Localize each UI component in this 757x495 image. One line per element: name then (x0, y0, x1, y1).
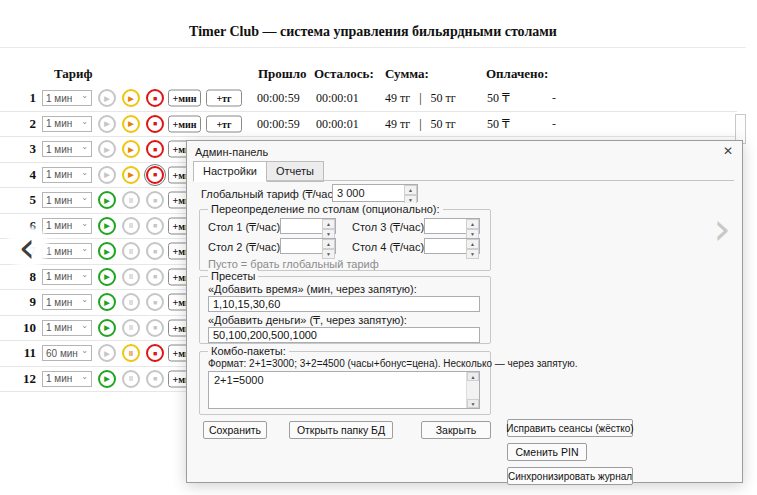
tariff-value: 1 мин (46, 144, 72, 155)
start-button[interactable]: ▶ (98, 191, 116, 209)
pause-button[interactable]: ▶ (122, 115, 140, 133)
start-button[interactable]: ▶ (98, 344, 116, 362)
add-minutes-button[interactable]: +мин (168, 115, 201, 132)
add-money-button[interactable]: +тг (206, 115, 242, 132)
stop-button[interactable]: ■ (146, 140, 164, 158)
pause-button[interactable]: II (122, 268, 140, 286)
start-button[interactable]: ▶ (98, 115, 116, 133)
spinner-up-icon[interactable]: ▲ (466, 219, 479, 229)
pause-button[interactable]: II (122, 319, 140, 337)
change-pin-button[interactable]: Сменить PIN (507, 443, 587, 461)
nav-previous-button[interactable]: ‹ (4, 224, 50, 270)
tariff-select[interactable]: 1 мин ⌄ (42, 116, 92, 132)
table3-input[interactable]: ▲▼ (424, 218, 480, 234)
start-button[interactable]: ▶ (98, 140, 116, 158)
stop-button[interactable]: ■ (146, 217, 164, 235)
pause-button[interactable]: II (122, 242, 140, 260)
stop-button[interactable]: ■ (146, 89, 164, 107)
global-tariff-input[interactable]: 3 000 ▲ ▼ (332, 184, 418, 202)
stop-icon: ■ (153, 120, 157, 127)
tab-reports[interactable]: Отчеты (266, 161, 324, 182)
start-button[interactable]: ▶ (98, 370, 116, 388)
spinner-up-icon[interactable]: ▲ (322, 219, 335, 229)
stop-icon: ■ (153, 375, 157, 382)
tariff-select[interactable]: 1 мин ⌄ (42, 167, 92, 183)
close-button[interactable]: Закрыть (421, 421, 491, 439)
start-button[interactable]: ▶ (98, 217, 116, 235)
pause-button[interactable]: ▶ (122, 89, 140, 107)
pause-button[interactable]: II (122, 191, 140, 209)
open-db-folder-button[interactable]: Открыть папку БД (289, 421, 393, 439)
table4-label: Стол 4 (₸/час): (352, 241, 427, 254)
global-tariff-value: 3 000 (337, 187, 402, 199)
stop-button[interactable]: ■ (146, 191, 164, 209)
tariff-select[interactable]: 1 мин ⌄ (42, 320, 92, 336)
stop-button[interactable]: ■ (146, 115, 164, 133)
combo-legend: Комбо-пакеты: (208, 345, 289, 357)
spinner-up-icon[interactable]: ▲ (404, 185, 417, 195)
tariff-select[interactable]: 1 мин ⌄ (42, 90, 92, 106)
stop-button[interactable]: ■ (146, 242, 164, 260)
add-minutes-button[interactable]: +мин (168, 90, 201, 107)
tariff-select[interactable]: 1 мин ⌄ (42, 192, 92, 208)
pause-button[interactable]: ▶ (122, 166, 140, 184)
tariff-value: 1 мин (46, 271, 72, 282)
stop-button[interactable]: ■ (146, 319, 164, 337)
spinner-up-icon[interactable]: ▲ (466, 239, 479, 249)
tariff-select[interactable]: 1 мин ⌄ (42, 269, 92, 285)
add-money-button[interactable]: +тг (206, 90, 242, 107)
tariff-value: 1 мин (46, 322, 72, 333)
app-window: Timer Club — система управления бильярдн… (0, 0, 757, 495)
chevron-down-icon: ⌄ (81, 169, 88, 177)
pause-icon: II (129, 197, 133, 204)
play-icon: ▶ (104, 95, 109, 102)
scroll-down-icon[interactable]: ▼ (467, 399, 479, 408)
play-icon: ▶ (104, 197, 109, 204)
spinner-down-icon[interactable]: ▼ (466, 249, 479, 259)
nav-next-button[interactable]: › (702, 202, 742, 254)
table-number: 2 (10, 116, 36, 132)
pause-button[interactable]: ▶ (122, 140, 140, 158)
sync-journal-button[interactable]: Синхронизировать журнал (507, 467, 633, 485)
close-icon[interactable]: ✕ (723, 144, 733, 158)
stop-button[interactable]: ■ (146, 344, 164, 362)
chevron-down-icon: ⌄ (81, 92, 88, 100)
table1-input[interactable]: ▲▼ (280, 218, 336, 234)
spinner-up-icon[interactable]: ▲ (322, 239, 335, 249)
add-time-input[interactable] (208, 296, 480, 312)
start-button[interactable]: ▶ (98, 268, 116, 286)
header-paid: Оплачено: (486, 66, 548, 82)
scroll-up-icon[interactable]: ▲ (467, 372, 479, 381)
pause-button[interactable]: II (122, 370, 140, 388)
pause-button[interactable]: II (122, 344, 140, 362)
save-button[interactable]: Сохранить (203, 421, 267, 439)
start-button[interactable]: ▶ (98, 89, 116, 107)
textarea-scrollbar[interactable]: ▲ ▼ (466, 372, 479, 408)
stop-button[interactable]: ■ (146, 370, 164, 388)
tariff-select[interactable]: 1 мин ⌄ (42, 294, 92, 310)
combo-textarea[interactable]: 2+1=5000 ▲ ▼ (208, 371, 480, 409)
start-button[interactable]: ▶ (98, 242, 116, 260)
spinner[interactable]: ▲ ▼ (404, 185, 417, 201)
tariff-select[interactable]: 1 мин ⌄ (42, 371, 92, 387)
chevron-right-icon: › (713, 203, 731, 254)
start-button[interactable]: ▶ (98, 319, 116, 337)
pause-icon: ▶ (128, 171, 133, 178)
tab-settings[interactable]: Настройки (193, 161, 267, 182)
tariff-select[interactable]: 1 мин ⌄ (42, 141, 92, 157)
stop-icon: ■ (153, 299, 157, 306)
tariff-select[interactable]: 60 мин ⌄ (42, 345, 92, 361)
pause-button[interactable]: II (122, 293, 140, 311)
pause-icon: II (129, 299, 133, 306)
stop-button[interactable]: ■ (146, 166, 164, 184)
add-money-input[interactable] (208, 327, 480, 343)
table2-input[interactable]: ▲▼ (280, 238, 336, 254)
table-header: Тариф Прошло Осталось: Сумма: Оплачено: (0, 64, 746, 86)
start-button[interactable]: ▶ (98, 166, 116, 184)
start-button[interactable]: ▶ (98, 293, 116, 311)
fix-sessions-button[interactable]: Исправить сеансы (жёстко) (507, 419, 633, 437)
table4-input[interactable]: ▲▼ (424, 238, 480, 254)
stop-button[interactable]: ■ (146, 268, 164, 286)
stop-button[interactable]: ■ (146, 293, 164, 311)
pause-button[interactable]: II (122, 217, 140, 235)
